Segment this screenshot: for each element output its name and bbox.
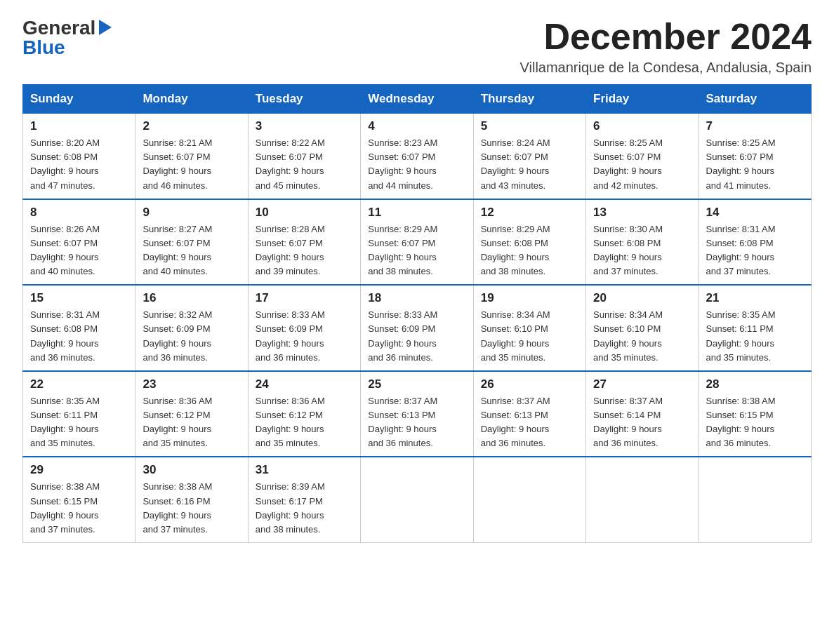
calendar-day-cell: 22Sunrise: 8:35 AMSunset: 6:11 PMDayligh… bbox=[23, 371, 135, 457]
col-wednesday: Wednesday bbox=[361, 85, 473, 114]
day-number: 30 bbox=[143, 463, 240, 477]
day-info: Sunrise: 8:38 AMSunset: 6:16 PMDaylight:… bbox=[143, 480, 240, 537]
day-number: 10 bbox=[256, 206, 353, 220]
calendar-day-cell: 4Sunrise: 8:23 AMSunset: 6:07 PMDaylight… bbox=[361, 114, 473, 199]
day-number: 14 bbox=[706, 206, 804, 220]
col-tuesday: Tuesday bbox=[248, 85, 360, 114]
day-number: 27 bbox=[593, 377, 691, 391]
day-info: Sunrise: 8:37 AMSunset: 6:13 PMDaylight:… bbox=[368, 394, 465, 451]
col-monday: Monday bbox=[135, 85, 248, 114]
calendar-day-cell: 21Sunrise: 8:35 AMSunset: 6:11 PMDayligh… bbox=[699, 285, 811, 371]
calendar-day-cell bbox=[361, 457, 473, 542]
day-info: Sunrise: 8:35 AMSunset: 6:11 PMDaylight:… bbox=[30, 394, 128, 451]
calendar-day-cell: 12Sunrise: 8:29 AMSunset: 6:08 PMDayligh… bbox=[473, 199, 585, 286]
day-info: Sunrise: 8:32 AMSunset: 6:09 PMDaylight:… bbox=[143, 308, 240, 365]
day-number: 3 bbox=[256, 119, 353, 133]
svg-marker-0 bbox=[99, 20, 112, 35]
calendar-day-cell: 26Sunrise: 8:37 AMSunset: 6:13 PMDayligh… bbox=[473, 371, 585, 457]
day-info: Sunrise: 8:31 AMSunset: 6:08 PMDaylight:… bbox=[30, 308, 128, 365]
calendar-day-cell: 15Sunrise: 8:31 AMSunset: 6:08 PMDayligh… bbox=[23, 285, 135, 371]
calendar-day-cell: 11Sunrise: 8:29 AMSunset: 6:07 PMDayligh… bbox=[361, 199, 473, 286]
calendar-day-cell: 5Sunrise: 8:24 AMSunset: 6:07 PMDaylight… bbox=[473, 114, 585, 199]
day-info: Sunrise: 8:22 AMSunset: 6:07 PMDaylight:… bbox=[256, 136, 353, 193]
day-info: Sunrise: 8:20 AMSunset: 6:08 PMDaylight:… bbox=[30, 136, 128, 193]
day-number: 25 bbox=[368, 377, 465, 391]
calendar-day-cell: 31Sunrise: 8:39 AMSunset: 6:17 PMDayligh… bbox=[248, 457, 360, 542]
day-info: Sunrise: 8:24 AMSunset: 6:07 PMDaylight:… bbox=[481, 136, 578, 193]
col-friday: Friday bbox=[586, 85, 699, 114]
day-number: 22 bbox=[30, 377, 128, 391]
page-header: General Blue December 2024 Villamanrique… bbox=[22, 17, 812, 76]
calendar-day-cell bbox=[699, 457, 811, 542]
calendar-day-cell: 29Sunrise: 8:38 AMSunset: 6:15 PMDayligh… bbox=[23, 457, 135, 542]
day-number: 23 bbox=[143, 377, 240, 391]
calendar-week-row: 8Sunrise: 8:26 AMSunset: 6:07 PMDaylight… bbox=[23, 199, 812, 286]
calendar-day-cell: 17Sunrise: 8:33 AMSunset: 6:09 PMDayligh… bbox=[248, 285, 360, 371]
col-sunday: Sunday bbox=[23, 85, 135, 114]
calendar-day-cell: 2Sunrise: 8:21 AMSunset: 6:07 PMDaylight… bbox=[135, 114, 248, 199]
calendar-day-cell: 8Sunrise: 8:26 AMSunset: 6:07 PMDaylight… bbox=[23, 199, 135, 286]
calendar-day-cell bbox=[586, 457, 699, 542]
calendar-table: Sunday Monday Tuesday Wednesday Thursday… bbox=[22, 84, 812, 543]
calendar-day-cell: 13Sunrise: 8:30 AMSunset: 6:08 PMDayligh… bbox=[586, 199, 699, 286]
calendar-week-row: 29Sunrise: 8:38 AMSunset: 6:15 PMDayligh… bbox=[23, 457, 812, 542]
month-title: December 2024 bbox=[520, 17, 812, 57]
day-number: 31 bbox=[256, 463, 353, 477]
day-number: 8 bbox=[30, 206, 128, 220]
calendar-day-cell: 28Sunrise: 8:38 AMSunset: 6:15 PMDayligh… bbox=[699, 371, 811, 457]
day-info: Sunrise: 8:33 AMSunset: 6:09 PMDaylight:… bbox=[368, 308, 465, 365]
day-number: 18 bbox=[368, 291, 465, 305]
day-number: 13 bbox=[593, 206, 691, 220]
day-info: Sunrise: 8:34 AMSunset: 6:10 PMDaylight:… bbox=[481, 308, 578, 365]
day-info: Sunrise: 8:25 AMSunset: 6:07 PMDaylight:… bbox=[706, 136, 804, 193]
day-number: 1 bbox=[30, 119, 128, 133]
logo: General Blue bbox=[22, 17, 112, 59]
day-number: 16 bbox=[143, 291, 240, 305]
day-number: 12 bbox=[481, 206, 578, 220]
calendar-day-cell: 10Sunrise: 8:28 AMSunset: 6:07 PMDayligh… bbox=[248, 199, 360, 286]
calendar-day-cell: 14Sunrise: 8:31 AMSunset: 6:08 PMDayligh… bbox=[699, 199, 811, 286]
calendar-day-cell: 18Sunrise: 8:33 AMSunset: 6:09 PMDayligh… bbox=[361, 285, 473, 371]
title-area: December 2024 Villamanrique de la Condes… bbox=[520, 17, 812, 76]
calendar-day-cell: 30Sunrise: 8:38 AMSunset: 6:16 PMDayligh… bbox=[135, 457, 248, 542]
day-number: 29 bbox=[30, 463, 128, 477]
calendar-day-cell: 27Sunrise: 8:37 AMSunset: 6:14 PMDayligh… bbox=[586, 371, 699, 457]
day-number: 21 bbox=[706, 291, 804, 305]
location-subtitle: Villamanrique de la Condesa, Andalusia, … bbox=[520, 60, 812, 76]
calendar-day-cell: 3Sunrise: 8:22 AMSunset: 6:07 PMDaylight… bbox=[248, 114, 360, 199]
day-info: Sunrise: 8:25 AMSunset: 6:07 PMDaylight:… bbox=[593, 136, 691, 193]
calendar-day-cell: 1Sunrise: 8:20 AMSunset: 6:08 PMDaylight… bbox=[23, 114, 135, 199]
day-info: Sunrise: 8:29 AMSunset: 6:07 PMDaylight:… bbox=[368, 222, 465, 279]
calendar-week-row: 15Sunrise: 8:31 AMSunset: 6:08 PMDayligh… bbox=[23, 285, 812, 371]
calendar-day-cell: 6Sunrise: 8:25 AMSunset: 6:07 PMDaylight… bbox=[586, 114, 699, 199]
day-info: Sunrise: 8:23 AMSunset: 6:07 PMDaylight:… bbox=[368, 136, 465, 193]
calendar-week-row: 22Sunrise: 8:35 AMSunset: 6:11 PMDayligh… bbox=[23, 371, 812, 457]
day-info: Sunrise: 8:28 AMSunset: 6:07 PMDaylight:… bbox=[256, 222, 353, 279]
day-info: Sunrise: 8:30 AMSunset: 6:08 PMDaylight:… bbox=[593, 222, 691, 279]
day-info: Sunrise: 8:33 AMSunset: 6:09 PMDaylight:… bbox=[256, 308, 353, 365]
day-number: 28 bbox=[706, 377, 804, 391]
day-number: 15 bbox=[30, 291, 128, 305]
day-info: Sunrise: 8:36 AMSunset: 6:12 PMDaylight:… bbox=[256, 394, 353, 451]
day-info: Sunrise: 8:38 AMSunset: 6:15 PMDaylight:… bbox=[30, 480, 128, 537]
col-thursday: Thursday bbox=[473, 85, 585, 114]
day-info: Sunrise: 8:37 AMSunset: 6:14 PMDaylight:… bbox=[593, 394, 691, 451]
day-info: Sunrise: 8:38 AMSunset: 6:15 PMDaylight:… bbox=[706, 394, 804, 451]
calendar-day-cell: 20Sunrise: 8:34 AMSunset: 6:10 PMDayligh… bbox=[586, 285, 699, 371]
day-number: 5 bbox=[481, 119, 578, 133]
calendar-day-cell bbox=[473, 457, 585, 542]
day-number: 2 bbox=[143, 119, 240, 133]
day-info: Sunrise: 8:35 AMSunset: 6:11 PMDaylight:… bbox=[706, 308, 804, 365]
calendar-header-row: Sunday Monday Tuesday Wednesday Thursday… bbox=[23, 85, 812, 114]
day-number: 11 bbox=[368, 206, 465, 220]
day-number: 19 bbox=[481, 291, 578, 305]
day-number: 20 bbox=[593, 291, 691, 305]
calendar-day-cell: 25Sunrise: 8:37 AMSunset: 6:13 PMDayligh… bbox=[361, 371, 473, 457]
calendar-day-cell: 7Sunrise: 8:25 AMSunset: 6:07 PMDaylight… bbox=[699, 114, 811, 199]
day-number: 6 bbox=[593, 119, 691, 133]
day-number: 7 bbox=[706, 119, 804, 133]
day-info: Sunrise: 8:27 AMSunset: 6:07 PMDaylight:… bbox=[143, 222, 240, 279]
day-info: Sunrise: 8:26 AMSunset: 6:07 PMDaylight:… bbox=[30, 222, 128, 279]
logo-arrow-icon bbox=[97, 20, 112, 36]
day-number: 26 bbox=[481, 377, 578, 391]
